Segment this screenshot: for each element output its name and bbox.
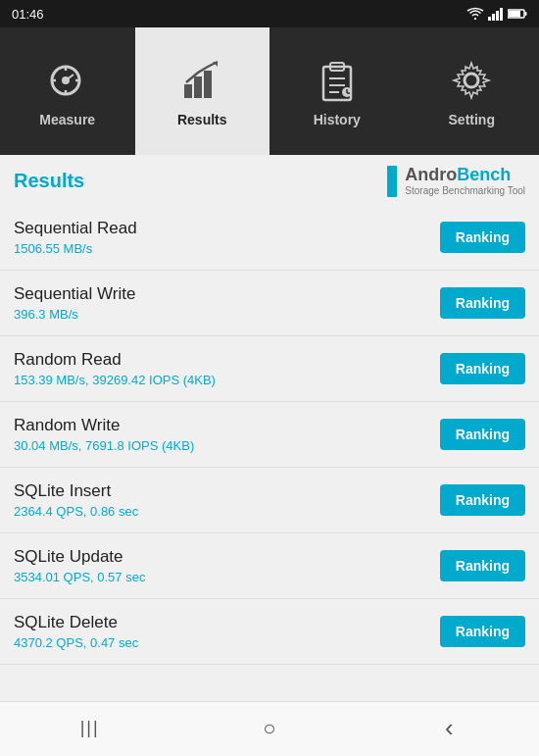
svg-rect-1 <box>492 14 495 21</box>
benchmark-info: SQLite Insert2364.4 QPS, 0.86 sec <box>14 481 138 519</box>
benchmark-row: SQLite Update3534.01 QPS, 0.57 secRankin… <box>0 533 539 599</box>
benchmark-value: 2364.4 QPS, 0.86 sec <box>14 504 138 519</box>
status-bar: 01:46 <box>0 0 539 27</box>
benchmark-value: 153.39 MB/s, 39269.42 IOPS (4KB) <box>14 373 216 387</box>
logo-name: AndroBench <box>405 165 525 185</box>
ranking-button[interactable]: Ranking <box>440 484 525 516</box>
tab-measure[interactable]: Measure <box>0 27 135 155</box>
ranking-button[interactable]: Ranking <box>440 616 525 647</box>
logo-andro: Andro <box>405 165 457 184</box>
back-icon: ‹ <box>445 713 454 743</box>
benchmark-row: Random Read153.39 MB/s, 39269.42 IOPS (4… <box>0 336 539 402</box>
benchmark-value: 1506.55 MB/s <box>14 241 137 256</box>
benchmark-row: Sequential Write396.3 MB/sRanking <box>0 271 539 336</box>
tab-results[interactable]: Results <box>135 27 270 155</box>
tab-setting[interactable]: Setting <box>405 27 540 155</box>
ranking-button[interactable]: Ranking <box>440 550 525 581</box>
svg-point-26 <box>465 74 478 87</box>
benchmark-info: Sequential Read1506.55 MB/s <box>14 219 137 256</box>
measure-icon <box>42 55 93 106</box>
results-icon <box>176 55 227 106</box>
benchmark-name: SQLite Insert <box>14 481 138 501</box>
benchmark-name: Random Write <box>14 416 194 435</box>
logo-text-block: AndroBench Storage Benchmarking Tool <box>405 165 525 197</box>
home-icon: ○ <box>263 716 275 741</box>
ranking-button[interactable]: Ranking <box>440 222 525 253</box>
logo-subtitle: Storage Benchmarking Tool <box>405 185 525 197</box>
benchmark-info: Random Write30.04 MB/s, 7691.8 IOPS (4KB… <box>14 416 194 453</box>
benchmark-name: SQLite Delete <box>14 613 138 632</box>
benchmark-row: SQLite Delete4370.2 QPS, 0.47 secRanking <box>0 599 539 665</box>
history-icon <box>312 55 363 106</box>
recent-icon: ||| <box>80 718 100 738</box>
benchmark-info: SQLite Delete4370.2 QPS, 0.47 sec <box>14 613 138 650</box>
status-time: 01:46 <box>12 7 44 22</box>
logo-accent-bar <box>387 166 397 197</box>
home-button[interactable]: ○ <box>250 714 289 743</box>
svg-rect-16 <box>204 71 212 98</box>
benchmark-list: Sequential Read1506.55 MB/sRankingSequen… <box>0 205 539 665</box>
recent-apps-button[interactable]: ||| <box>71 714 110 743</box>
benchmark-value: 396.3 MB/s <box>14 307 135 322</box>
benchmark-info: Random Read153.39 MB/s, 39269.42 IOPS (4… <box>14 350 216 387</box>
logo-bench: Bench <box>457 165 511 184</box>
benchmark-name: Sequential Write <box>14 284 135 304</box>
svg-rect-6 <box>525 12 527 16</box>
ranking-button[interactable]: Ranking <box>440 419 525 450</box>
androbench-logo: AndroBench Storage Benchmarking Tool <box>387 165 525 197</box>
svg-rect-2 <box>496 11 499 21</box>
svg-rect-0 <box>488 17 491 21</box>
signal-icon <box>488 7 504 21</box>
results-title: Results <box>14 170 84 192</box>
benchmark-row: Sequential Read1506.55 MB/sRanking <box>0 205 539 271</box>
benchmark-value: 3534.01 QPS, 0.57 sec <box>14 570 145 584</box>
benchmark-value: 4370.2 QPS, 0.47 sec <box>14 635 138 650</box>
svg-rect-15 <box>194 76 202 98</box>
svg-rect-3 <box>500 8 503 21</box>
benchmark-name: Sequential Read <box>14 219 137 238</box>
benchmark-name: Random Read <box>14 350 216 370</box>
tab-results-label: Results <box>177 112 227 127</box>
benchmark-info: SQLite Update3534.01 QPS, 0.57 sec <box>14 547 145 584</box>
svg-rect-5 <box>509 11 520 17</box>
content-area: Results AndroBench Storage Benchmarking … <box>0 155 539 701</box>
benchmark-info: Sequential Write396.3 MB/s <box>14 284 135 322</box>
status-icons <box>466 7 527 21</box>
ranking-button[interactable]: Ranking <box>440 287 525 319</box>
battery-icon <box>508 8 527 20</box>
bottom-nav: ||| ○ ‹ <box>0 701 539 756</box>
benchmark-name: SQLite Update <box>14 547 145 567</box>
svg-rect-14 <box>184 84 192 98</box>
tab-history[interactable]: History <box>270 27 405 155</box>
benchmark-value: 30.04 MB/s, 7691.8 IOPS (4KB) <box>14 438 194 453</box>
setting-icon <box>446 55 497 106</box>
benchmark-row: Random Write30.04 MB/s, 7691.8 IOPS (4KB… <box>0 402 539 468</box>
ranking-button[interactable]: Ranking <box>440 353 525 384</box>
tab-history-label: History <box>314 112 361 127</box>
tab-setting-label: Setting <box>449 112 495 127</box>
back-button[interactable]: ‹ <box>429 714 468 743</box>
benchmark-row: SQLite Insert2364.4 QPS, 0.86 secRanking <box>0 468 539 533</box>
wifi-icon <box>466 7 484 21</box>
tab-measure-label: Measure <box>39 112 95 127</box>
tab-bar: Measure Results <box>0 27 539 155</box>
results-header: Results AndroBench Storage Benchmarking … <box>0 155 539 205</box>
